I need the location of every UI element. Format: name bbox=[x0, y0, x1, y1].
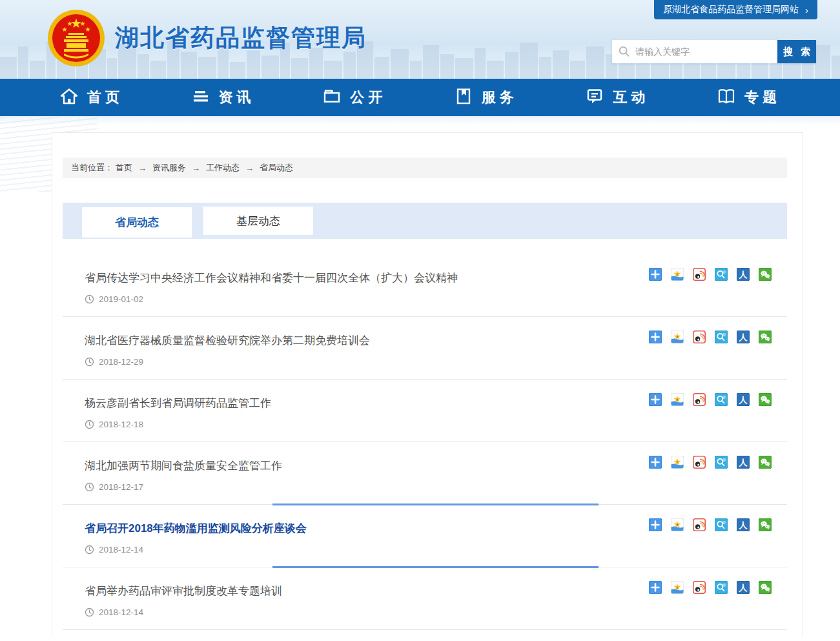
search-button[interactable]: 搜 索 bbox=[777, 40, 816, 63]
nav-item-label: 互动 bbox=[613, 88, 649, 107]
svg-text:@: @ bbox=[722, 458, 726, 462]
svg-text:人: 人 bbox=[739, 583, 748, 593]
news-title-link[interactable]: 省局召开2018年药物滥用监测风险分析座谈会 bbox=[85, 522, 307, 534]
old-site-link-label: 原湖北省食品药品监督管理局网站 bbox=[663, 4, 799, 15]
qzone-icon[interactable]: ★z bbox=[671, 581, 684, 594]
share-icons: ★z @ 人 bbox=[649, 331, 772, 343]
breadcrumb-bureau-dynamics[interactable]: 省局动态 bbox=[260, 162, 293, 174]
nav-item-label: 专题 bbox=[744, 88, 781, 107]
news-title-link[interactable]: 湖北加强两节期间食盐质量安全监管工作 bbox=[85, 460, 282, 472]
book-bookmark-icon bbox=[454, 86, 473, 108]
home-icon bbox=[59, 86, 79, 108]
breadcrumb-label: 当前位置： bbox=[71, 162, 113, 174]
svg-text:人: 人 bbox=[739, 332, 748, 342]
breadcrumb-arrow: → bbox=[245, 163, 254, 173]
news-date: 2018-12-14 bbox=[85, 545, 787, 555]
news-row: 省局传达学习中央经济工作会议精神和省委十一届四次全体（扩大）会议精神 2019-… bbox=[63, 254, 787, 317]
tab-grassroots-dynamics[interactable]: 基层动态 bbox=[203, 207, 313, 235]
svg-text:★: ★ bbox=[85, 26, 91, 33]
national-emblem-logo: ★ ★ ★ ★ ★ bbox=[46, 8, 106, 68]
main-nav: 首页 资讯 公开 服务 互动 专题 bbox=[0, 79, 840, 116]
nav-item-label: 资讯 bbox=[219, 88, 255, 107]
chevron-right-icon: › bbox=[805, 5, 808, 15]
share-plus-icon[interactable] bbox=[649, 518, 662, 531]
news-date: 2018-12-29 bbox=[85, 357, 787, 367]
wechat-icon[interactable] bbox=[759, 331, 772, 343]
news-date: 2018-12-18 bbox=[85, 420, 787, 429]
news-date-text: 2019-01-02 bbox=[99, 294, 143, 304]
sina-weibo-icon[interactable] bbox=[693, 456, 706, 469]
news-row: 杨云彦副省长到省局调研药品监管工作 2018-12-18 ★z @ 人 bbox=[63, 380, 787, 442]
news-date-text: 2018-12-17 bbox=[99, 482, 143, 492]
news-title-link[interactable]: 省局传达学习中央经济工作会议精神和省委十一届四次全体（扩大）会议精神 bbox=[85, 272, 458, 284]
share-icons: ★z @ 人 bbox=[649, 393, 772, 406]
brand: ★ ★ ★ ★ ★ 湖北省药品监督管理局 bbox=[46, 8, 367, 68]
breadcrumb-work-dynamics[interactable]: 工作动态 bbox=[206, 162, 240, 174]
share-plus-icon[interactable] bbox=[649, 581, 662, 594]
tab-strip: 省局动态 基层动态 bbox=[63, 203, 787, 239]
qzone-icon[interactable]: ★z bbox=[671, 331, 684, 343]
tencent-weibo-icon[interactable]: @ bbox=[715, 393, 728, 406]
svg-text:@: @ bbox=[722, 520, 726, 524]
share-plus-icon[interactable] bbox=[649, 393, 662, 406]
qzone-icon[interactable]: ★z bbox=[671, 393, 684, 406]
sina-weibo-icon[interactable] bbox=[693, 393, 706, 406]
share-plus-icon[interactable] bbox=[649, 331, 662, 343]
tab-bureau-dynamics[interactable]: 省局动态 bbox=[82, 207, 192, 238]
sina-weibo-icon[interactable] bbox=[693, 331, 706, 343]
search-bar: 搜 索 bbox=[612, 40, 816, 63]
old-site-link[interactable]: 原湖北省食品药品监督管理局网站 › bbox=[654, 0, 817, 19]
sina-weibo-icon[interactable] bbox=[693, 518, 706, 531]
tencent-weibo-icon[interactable]: @ bbox=[715, 331, 728, 343]
nav-item-label: 首页 bbox=[87, 88, 123, 107]
wechat-icon[interactable] bbox=[759, 456, 772, 469]
wechat-icon[interactable] bbox=[759, 581, 772, 594]
wechat-icon[interactable] bbox=[759, 518, 772, 531]
nav-item-services[interactable]: 服务 bbox=[454, 86, 518, 108]
breadcrumb-news-service[interactable]: 资讯服务 bbox=[152, 162, 186, 174]
nav-item-news[interactable]: 资讯 bbox=[191, 86, 255, 108]
svg-text:@: @ bbox=[722, 395, 726, 399]
wechat-icon[interactable] bbox=[759, 393, 772, 406]
wechat-icon[interactable] bbox=[759, 268, 772, 281]
news-title-link[interactable]: 湖北省医疗器械质量监督检验研究院举办第二期免费培训会 bbox=[85, 334, 370, 347]
nav-item-interaction[interactable]: 互动 bbox=[585, 86, 649, 108]
tencent-weibo-icon[interactable]: @ bbox=[715, 456, 728, 469]
news-date: 2018-12-14 bbox=[85, 607, 787, 617]
tencent-weibo-icon[interactable]: @ bbox=[715, 268, 728, 281]
share-plus-icon[interactable] bbox=[649, 268, 662, 281]
renren-icon[interactable]: 人 bbox=[737, 331, 750, 343]
sina-weibo-icon[interactable] bbox=[693, 268, 706, 281]
nav-item-public[interactable]: 公开 bbox=[322, 86, 386, 108]
renren-icon[interactable]: 人 bbox=[737, 456, 750, 469]
news-row: 湖北省医疗器械质量监督检验研究院举办第二期免费培训会 2018-12-29 ★z… bbox=[63, 317, 787, 380]
news-date-text: 2018-12-18 bbox=[99, 420, 143, 429]
open-book-icon bbox=[717, 86, 736, 108]
news-date-text: 2018-12-14 bbox=[99, 607, 143, 617]
nav-item-home[interactable]: 首页 bbox=[59, 86, 123, 108]
nav-item-topics[interactable]: 专题 bbox=[717, 86, 781, 108]
renren-icon[interactable]: 人 bbox=[737, 393, 750, 406]
breadcrumb-arrow: → bbox=[138, 163, 147, 173]
tencent-weibo-icon[interactable]: @ bbox=[715, 581, 728, 594]
svg-text:@: @ bbox=[722, 270, 726, 274]
renren-icon[interactable]: 人 bbox=[737, 268, 750, 281]
news-title-link[interactable]: 杨云彦副省长到省局调研药品监管工作 bbox=[85, 397, 271, 409]
folder-icon bbox=[322, 86, 342, 108]
qzone-icon[interactable]: ★z bbox=[671, 268, 684, 281]
nav-item-label: 服务 bbox=[482, 88, 518, 107]
sina-weibo-icon[interactable] bbox=[693, 581, 706, 594]
news-title-link[interactable]: 省局举办药品审评审批制度改革专题培训 bbox=[85, 585, 282, 597]
clock-icon bbox=[85, 607, 94, 617]
tencent-weibo-icon[interactable]: @ bbox=[715, 518, 728, 531]
svg-text:人: 人 bbox=[739, 458, 748, 467]
qzone-icon[interactable]: ★z bbox=[671, 518, 684, 531]
news-row: 省局举办药品审评审批制度改革专题培训 2018-12-14 ★z @ 人 bbox=[63, 567, 787, 630]
share-plus-icon[interactable] bbox=[649, 456, 662, 469]
search-input[interactable] bbox=[612, 40, 777, 63]
breadcrumb-home[interactable]: 首页 bbox=[116, 162, 132, 174]
news-lines-icon bbox=[191, 86, 210, 108]
renren-icon[interactable]: 人 bbox=[737, 581, 750, 594]
qzone-icon[interactable]: ★z bbox=[671, 456, 684, 469]
renren-icon[interactable]: 人 bbox=[737, 518, 750, 531]
